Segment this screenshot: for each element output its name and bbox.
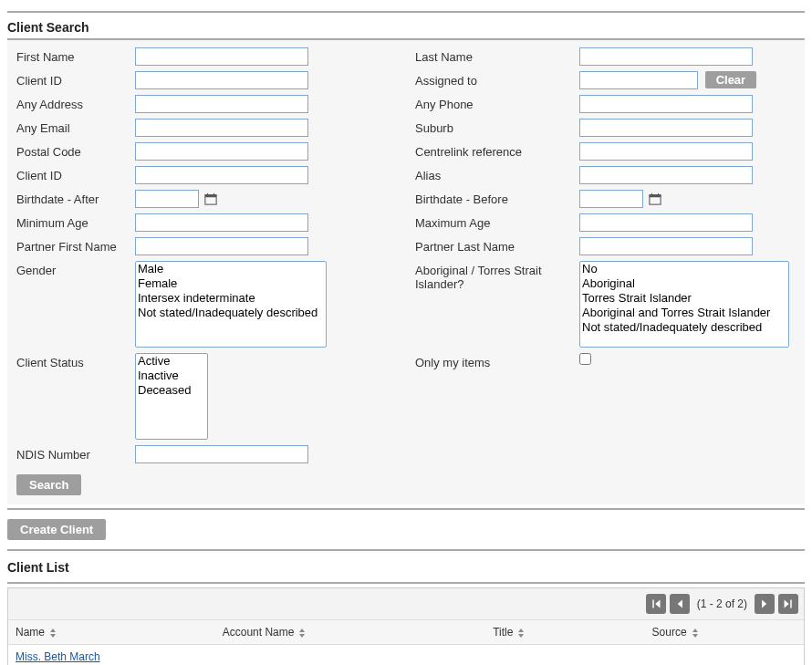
pager-next-icon[interactable] [755, 594, 775, 614]
sort-icon[interactable] [691, 629, 700, 638]
label-last-name: Last Name [415, 47, 579, 64]
any-phone-input[interactable] [579, 95, 753, 113]
client-search-title: Client Search [7, 16, 805, 38]
first-name-input[interactable] [135, 47, 308, 66]
only-my-items-checkbox[interactable] [579, 353, 591, 365]
partner-first-input[interactable] [135, 237, 308, 255]
option[interactable]: Not stated/Inadequately described [136, 306, 326, 320]
cell [215, 645, 485, 666]
column-header[interactable]: Account Name [215, 620, 485, 645]
ndis-number-input[interactable] [135, 445, 308, 463]
client-list-title: Client List [7, 555, 805, 578]
pager-first-icon[interactable] [646, 594, 666, 614]
column-header[interactable]: Source [645, 620, 804, 645]
label-atsi: Aboriginal / Torres Strait Islander? [415, 261, 579, 291]
column-header[interactable]: Name [8, 620, 215, 645]
sort-icon[interactable] [297, 629, 307, 638]
table-row: Miss. Beth March [8, 645, 804, 666]
client-search-panel: First Name Client ID Any Address Any Ema… [7, 38, 805, 504]
column-header-label: Title [493, 626, 513, 639]
create-client-button[interactable]: Create Client [7, 519, 106, 540]
centrelink-input[interactable] [579, 142, 753, 161]
label-min-age: Minimum Age [16, 213, 135, 230]
search-button[interactable]: Search [16, 474, 81, 495]
label-only-my-items: Only my items [415, 353, 579, 369]
client-status-select[interactable]: ActiveInactiveDeceased [135, 353, 208, 440]
option[interactable]: Female [136, 276, 326, 291]
label-partner-first: Partner First Name [16, 237, 135, 254]
label-client-id: Client ID [16, 71, 135, 88]
label-ndis-number: NDIS Number [16, 445, 135, 462]
option[interactable]: Aboriginal [580, 276, 788, 291]
sort-icon[interactable] [516, 629, 526, 638]
label-gender: Gender [16, 261, 135, 277]
clear-button[interactable]: Clear [705, 71, 757, 88]
label-first-name: First Name [16, 47, 135, 64]
client-list-grid: (1 - 2 of 2) NameAccount NameTitleSource… [7, 587, 805, 665]
option[interactable]: Male [136, 262, 326, 276]
client-id-input[interactable] [135, 71, 308, 89]
column-header-label: Source [652, 626, 687, 639]
column-header-label: Name [16, 626, 45, 639]
gender-select[interactable]: MaleFemaleIntersex indeterminateNot stat… [135, 261, 327, 348]
client-link[interactable]: Miss. Beth March [16, 650, 100, 663]
option[interactable]: Active [136, 354, 207, 369]
max-age-input[interactable] [579, 213, 753, 232]
sort-icon[interactable] [48, 629, 57, 638]
min-age-input[interactable] [135, 213, 308, 232]
any-email-input[interactable] [135, 119, 308, 137]
pager-range: (1 - 2 of 2) [693, 597, 751, 610]
last-name-input[interactable] [579, 47, 753, 66]
svg-rect-1 [205, 195, 216, 198]
option[interactable]: Intersex indeterminate [136, 291, 326, 306]
label-partner-last: Partner Last Name [415, 237, 579, 254]
column-header[interactable]: Title [485, 620, 644, 645]
postal-code-input[interactable] [135, 142, 308, 161]
label-any-address: Any Address [16, 95, 135, 111]
label-assigned-to: Assigned to [415, 71, 579, 88]
cell [485, 645, 644, 666]
pager-top: (1 - 2 of 2) [8, 588, 804, 620]
pager-last-icon[interactable] [778, 594, 798, 614]
option[interactable]: Inactive [136, 369, 207, 383]
partner-last-input[interactable] [579, 237, 753, 255]
pager-prev-icon[interactable] [670, 594, 690, 614]
label-birthdate-before: Birthdate - Before [415, 190, 579, 206]
label-any-phone: Any Phone [415, 95, 579, 111]
option[interactable]: Deceased [136, 383, 207, 398]
suburb-input[interactable] [579, 119, 753, 137]
assigned-to-input[interactable] [579, 71, 698, 89]
cell [645, 645, 804, 666]
client-id-2-input[interactable] [135, 166, 308, 184]
calendar-icon[interactable] [204, 192, 217, 205]
option[interactable]: Aboriginal and Torres Strait Islander [580, 306, 788, 320]
label-any-email: Any Email [16, 119, 135, 135]
column-header-label: Account Name [223, 626, 295, 639]
option[interactable]: Not stated/Inadequately described [580, 320, 788, 335]
label-suburb: Suburb [415, 119, 579, 135]
option[interactable]: No [580, 262, 788, 276]
calendar-icon[interactable] [649, 192, 661, 205]
svg-rect-5 [650, 195, 661, 198]
label-centrelink: Centrelink reference [415, 142, 579, 159]
label-alias: Alias [415, 166, 579, 182]
label-client-id-2: Client ID [16, 166, 135, 182]
label-client-status: Client Status [16, 353, 135, 369]
label-postal-code: Postal Code [16, 142, 135, 159]
any-address-input[interactable] [135, 95, 308, 113]
birthdate-before-input[interactable] [579, 190, 643, 208]
option[interactable]: Torres Strait Islander [580, 291, 788, 306]
alias-input[interactable] [579, 166, 753, 184]
atsi-select[interactable]: NoAboriginalTorres Strait IslanderAborig… [579, 261, 789, 348]
birthdate-after-input[interactable] [135, 190, 199, 208]
label-birthdate-after: Birthdate - After [16, 190, 135, 206]
label-max-age: Maximum Age [415, 213, 579, 230]
